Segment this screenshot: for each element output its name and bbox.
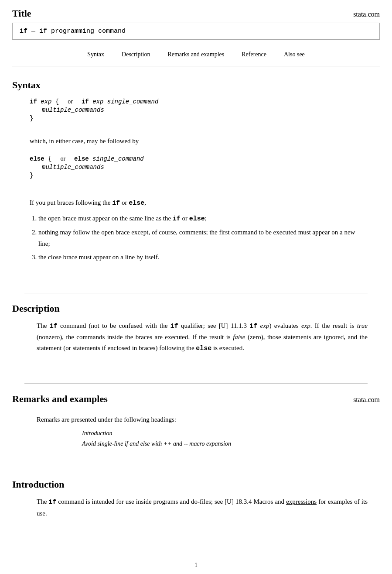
header-logo: stata.com (353, 10, 380, 18)
intro-if-kw: if (48, 498, 56, 506)
desc-exp: exp (260, 322, 269, 329)
kw-if-1: if (30, 97, 37, 107)
kw-if-2: if (82, 97, 89, 107)
syn-multiple-cmds-1: multiple_commands (42, 107, 380, 113)
desc-false: false (233, 333, 245, 340)
divider (12, 66, 380, 66)
inline-else-2: else (189, 215, 205, 223)
syn-else-sc: single_command (92, 154, 144, 164)
brace-note: If you put braces following the if or el… (30, 197, 362, 209)
remarks-heading: Remarks and examples (12, 393, 108, 405)
tab-description[interactable]: Description (122, 51, 150, 58)
desc-exp-2: exp (301, 322, 310, 329)
syntax-block-else: else { or else single_command multiple_c… (30, 154, 380, 181)
intro-divider-top (24, 469, 368, 469)
syn-or-1: or (68, 97, 73, 107)
description-para: The if command (not to be confused with … (37, 320, 368, 354)
tab-reference[interactable]: Reference (242, 51, 266, 58)
brace-list-item-1: the open brace must appear on the same l… (38, 213, 368, 225)
syntax-block-if: if exp { or if exp single_command multip… (30, 97, 380, 124)
introduction-section: Introduction The if command is intended … (0, 464, 392, 527)
desc-else-kw: else (196, 345, 211, 352)
tab-remarks[interactable]: Remarks and examples (167, 51, 224, 58)
syn-multiple-cmds-2: multiple_commands (42, 164, 380, 171)
tab-syntax[interactable]: Syntax (87, 51, 104, 58)
syntax-section: Syntax if exp { or if exp single_command… (0, 76, 392, 272)
command-kw: if (20, 27, 27, 35)
inline-else: else (129, 199, 144, 207)
remarks-section: Remarks and examples stata.com Remarks a… (0, 378, 392, 456)
remarks-link-1[interactable]: Introduction (82, 428, 368, 439)
introduction-heading: Introduction (12, 479, 380, 490)
syntax-else-indent: multiple_commands (30, 164, 380, 171)
page-number: 1 (194, 562, 198, 568)
inline-if-2: if (173, 215, 181, 223)
nav-tabs: Syntax Description Remarks and examples … (0, 47, 392, 64)
syn-exp-1: exp (41, 97, 51, 107)
kw-else-1: else (30, 154, 44, 164)
syntax-if-line1: if exp { or if exp single_command (30, 97, 380, 107)
remarks-logo: stata.com (353, 396, 380, 404)
brace-list: the open brace must appear on the same l… (38, 213, 368, 263)
desc-if-exp: if (249, 323, 257, 330)
page-title: Title (12, 8, 31, 19)
command-box: if — if programming command (12, 23, 380, 40)
desc-if-qual: if (170, 323, 178, 330)
command-separator: — if programming command (31, 27, 126, 35)
remarks-heading-row: Remarks and examples stata.com (12, 393, 380, 411)
tab-also-see[interactable]: Also see (284, 51, 305, 58)
description-heading: Description (12, 303, 380, 314)
desc-divider-top (24, 293, 368, 293)
syn-or-2: or (60, 154, 65, 164)
brace-list-item-3: the close brace must appear on a line by… (38, 252, 368, 263)
description-section: Description The if command (not to be co… (0, 288, 392, 362)
syntax-if-close: } (30, 113, 380, 123)
page-header: Title stata.com (0, 0, 392, 23)
inline-if: if (112, 199, 120, 207)
intro-ref-link: expressions (286, 498, 317, 505)
remarks-links: Introduction Avoid single-line if and el… (82, 428, 368, 449)
introduction-para: The if command is intended for use insid… (37, 496, 368, 519)
brace-list-item-2: nothing may follow the open brace except… (38, 227, 368, 249)
page-footer: 1 (0, 553, 392, 573)
syntax-if-indent: multiple_commands (30, 107, 380, 113)
remarks-link-2-text: Avoid single-line if and else with ++ an… (82, 440, 231, 447)
desc-true: true (357, 322, 368, 329)
remarks-divider-top (24, 383, 368, 384)
syn-exp-sc: exp single_command (92, 97, 158, 107)
between-text: which, in either case, may be followed b… (30, 136, 362, 146)
remarks-link-1-text: Introduction (82, 430, 112, 437)
remarks-intro: Remarks are presented under the followin… (37, 414, 368, 425)
desc-if-kw: if (50, 323, 58, 330)
kw-else-2: else (74, 154, 89, 164)
remarks-link-2[interactable]: Avoid single-line if and else with ++ an… (82, 439, 368, 449)
syntax-else-close: } (30, 171, 380, 180)
syntax-heading: Syntax (12, 79, 380, 91)
syntax-else-line1: else { or else single_command (30, 154, 380, 164)
